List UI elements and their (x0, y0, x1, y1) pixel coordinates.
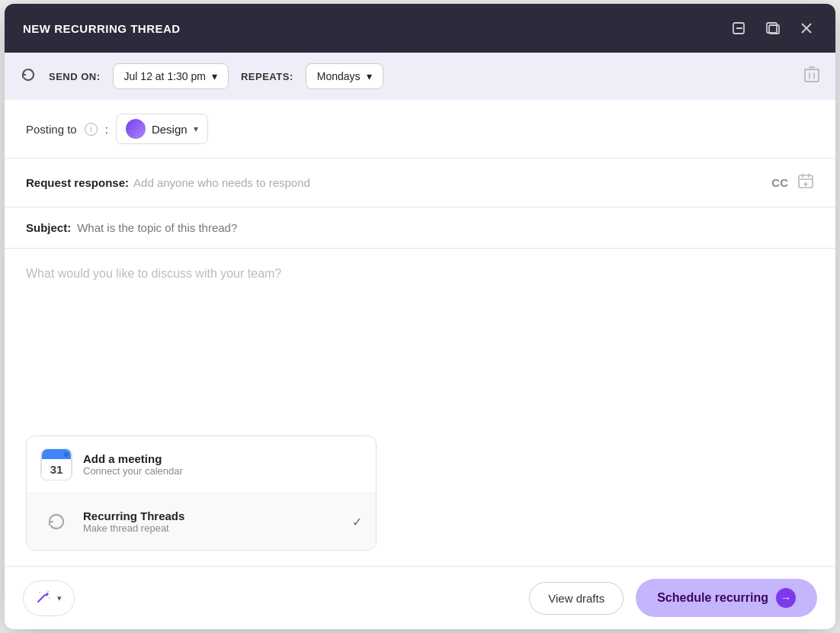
recurring-threads-checkmark: ✓ (352, 515, 362, 529)
magic-chevron-icon: ▾ (57, 593, 62, 603)
magic-wand-button[interactable]: ▾ (23, 580, 75, 616)
svg-point-20 (39, 592, 40, 593)
repeats-arrow: ▾ (367, 70, 372, 82)
request-response-row: Request response: Add anyone who needs t… (5, 159, 835, 207)
request-actions: CC (771, 172, 814, 193)
cc-label[interactable]: CC (771, 176, 788, 189)
body-placeholder: What would you like to discuss with your… (26, 267, 281, 280)
magic-wand-icon (36, 589, 51, 608)
posting-to-label: Posting to (26, 123, 77, 136)
svg-point-21 (49, 597, 50, 599)
send-on-arrow: ▾ (212, 70, 217, 82)
expand-icon[interactable] (762, 18, 784, 39)
recurring-threads-subtitle: Make thread repeat (83, 522, 341, 534)
request-response-placeholder[interactable]: Add anyone who needs to respond (133, 176, 771, 189)
posting-row: Posting to i : Design ▾ (5, 100, 835, 159)
view-drafts-button[interactable]: View drafts (529, 582, 624, 615)
footer: ▾ View drafts Schedule recurring → (5, 566, 835, 629)
content-area: Posting to i : Design ▾ Request response… (5, 100, 835, 566)
title-bar-icons (729, 18, 817, 39)
schedule-arrow-icon: → (776, 588, 796, 608)
send-on-value: Jul 12 at 1:30 pm (124, 70, 206, 82)
posting-colon: : (105, 123, 108, 136)
close-icon[interactable] (796, 18, 817, 39)
svg-rect-6 (805, 69, 819, 82)
channel-chevron: ▾ (194, 124, 198, 134)
recurring-threads-title: Recurring Threads (83, 509, 341, 522)
footer-right: View drafts Schedule recurring → (529, 579, 817, 617)
footer-left: ▾ (23, 580, 75, 616)
add-meeting-subtitle: Connect your calendar (83, 465, 362, 477)
svg-rect-2 (767, 23, 777, 33)
refresh-icon[interactable] (20, 66, 37, 87)
add-meeting-title: Add a meeting (83, 452, 362, 465)
attachment-card: 31 Add a meeting Connect your calendar (26, 435, 377, 551)
svg-point-19 (47, 590, 49, 592)
calendar-add-icon[interactable] (797, 172, 814, 193)
add-meeting-item[interactable]: 31 Add a meeting Connect your calendar (27, 436, 376, 493)
gcal-icon: 31 (40, 448, 72, 480)
trash-icon[interactable] (803, 66, 820, 88)
svg-marker-18 (45, 593, 49, 596)
attachment-area: 31 Add a meeting Connect your calendar (5, 435, 835, 566)
repeats-dropdown[interactable]: Mondays ▾ (306, 63, 383, 89)
modal-title: NEW RECURRING THREAD (23, 22, 181, 35)
recurring-threads-item[interactable]: Recurring Threads Make thread repeat ✓ (27, 493, 376, 550)
subject-label: Subject: (26, 221, 71, 234)
subject-row: Subject: (5, 207, 835, 249)
repeats-value: Mondays (317, 70, 361, 82)
body-area[interactable]: What would you like to discuss with your… (5, 249, 835, 435)
title-bar: NEW RECURRING THREAD (5, 4, 835, 53)
subject-input[interactable] (77, 221, 814, 234)
schedule-recurring-button[interactable]: Schedule recurring → (636, 579, 817, 617)
channel-selector[interactable]: Design ▾ (116, 114, 208, 144)
repeats-label: REPEATS: (241, 71, 293, 82)
send-on-label: SEND ON: (49, 71, 101, 82)
schedule-label: Schedule recurring (657, 591, 768, 605)
channel-avatar (126, 119, 146, 139)
toolbar: SEND ON: Jul 12 at 1:30 pm ▾ REPEATS: Mo… (5, 53, 835, 100)
channel-name: Design (152, 123, 188, 136)
modal-window: NEW RECURRING THREAD (5, 4, 835, 629)
request-response-label: Request response: (26, 176, 129, 189)
info-icon[interactable]: i (85, 123, 98, 136)
send-on-dropdown[interactable]: Jul 12 at 1:30 pm ▾ (113, 63, 229, 89)
repeat-icon (40, 506, 72, 538)
recurring-threads-text: Recurring Threads Make thread repeat (83, 509, 341, 534)
minimize-icon[interactable] (729, 18, 750, 39)
add-meeting-text: Add a meeting Connect your calendar (83, 452, 362, 477)
svg-line-17 (38, 595, 45, 602)
